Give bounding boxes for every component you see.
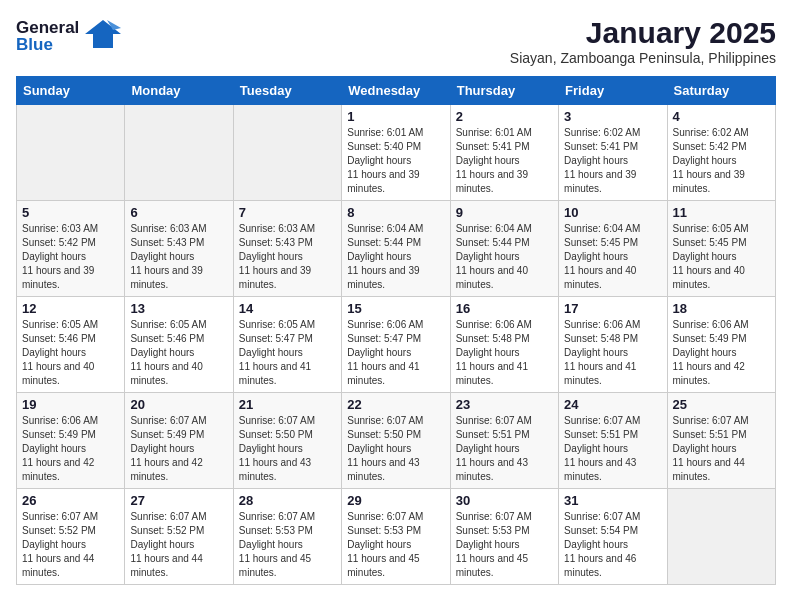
cell-info: Sunrise: 6:07 AMSunset: 5:53 PMDaylight … [239, 510, 336, 580]
cell-day-22: 22Sunrise: 6:07 AMSunset: 5:50 PMDayligh… [342, 393, 450, 489]
cell-day-25: 25Sunrise: 6:07 AMSunset: 5:51 PMDayligh… [667, 393, 775, 489]
week-row-1: 1Sunrise: 6:01 AMSunset: 5:40 PMDaylight… [17, 105, 776, 201]
cell-day-empty [125, 105, 233, 201]
day-number: 28 [239, 493, 336, 508]
cell-day-29: 29Sunrise: 6:07 AMSunset: 5:53 PMDayligh… [342, 489, 450, 585]
cell-info: Sunrise: 6:03 AMSunset: 5:43 PMDaylight … [130, 222, 227, 292]
day-number: 31 [564, 493, 661, 508]
cell-day-9: 9Sunrise: 6:04 AMSunset: 5:44 PMDaylight… [450, 201, 558, 297]
cell-day-27: 27Sunrise: 6:07 AMSunset: 5:52 PMDayligh… [125, 489, 233, 585]
day-number: 22 [347, 397, 444, 412]
day-number: 20 [130, 397, 227, 412]
calendar-subtitle: Siayan, Zamboanga Peninsula, Philippines [510, 50, 776, 66]
day-header-monday: Monday [125, 77, 233, 105]
cell-day-8: 8Sunrise: 6:04 AMSunset: 5:44 PMDaylight… [342, 201, 450, 297]
cell-info: Sunrise: 6:01 AMSunset: 5:41 PMDaylight … [456, 126, 553, 196]
cell-info: Sunrise: 6:04 AMSunset: 5:44 PMDaylight … [347, 222, 444, 292]
cell-info: Sunrise: 6:06 AMSunset: 5:48 PMDaylight … [564, 318, 661, 388]
cell-day-20: 20Sunrise: 6:07 AMSunset: 5:49 PMDayligh… [125, 393, 233, 489]
cell-day-10: 10Sunrise: 6:04 AMSunset: 5:45 PMDayligh… [559, 201, 667, 297]
cell-day-23: 23Sunrise: 6:07 AMSunset: 5:51 PMDayligh… [450, 393, 558, 489]
day-number: 27 [130, 493, 227, 508]
cell-info: Sunrise: 6:04 AMSunset: 5:44 PMDaylight … [456, 222, 553, 292]
day-number: 13 [130, 301, 227, 316]
day-number: 30 [456, 493, 553, 508]
day-number: 29 [347, 493, 444, 508]
day-number: 21 [239, 397, 336, 412]
cell-info: Sunrise: 6:04 AMSunset: 5:45 PMDaylight … [564, 222, 661, 292]
cell-day-empty [667, 489, 775, 585]
cell-info: Sunrise: 6:07 AMSunset: 5:52 PMDaylight … [130, 510, 227, 580]
day-header-thursday: Thursday [450, 77, 558, 105]
cell-info: Sunrise: 6:07 AMSunset: 5:50 PMDaylight … [239, 414, 336, 484]
week-row-3: 12Sunrise: 6:05 AMSunset: 5:46 PMDayligh… [17, 297, 776, 393]
cell-day-11: 11Sunrise: 6:05 AMSunset: 5:45 PMDayligh… [667, 201, 775, 297]
day-number: 24 [564, 397, 661, 412]
cell-info: Sunrise: 6:02 AMSunset: 5:42 PMDaylight … [673, 126, 770, 196]
cell-day-19: 19Sunrise: 6:06 AMSunset: 5:49 PMDayligh… [17, 393, 125, 489]
day-number: 3 [564, 109, 661, 124]
cell-info: Sunrise: 6:06 AMSunset: 5:49 PMDaylight … [22, 414, 119, 484]
day-number: 8 [347, 205, 444, 220]
day-number: 2 [456, 109, 553, 124]
day-number: 6 [130, 205, 227, 220]
cell-info: Sunrise: 6:05 AMSunset: 5:46 PMDaylight … [22, 318, 119, 388]
cell-day-26: 26Sunrise: 6:07 AMSunset: 5:52 PMDayligh… [17, 489, 125, 585]
cell-day-16: 16Sunrise: 6:06 AMSunset: 5:48 PMDayligh… [450, 297, 558, 393]
day-number: 12 [22, 301, 119, 316]
cell-info: Sunrise: 6:03 AMSunset: 5:43 PMDaylight … [239, 222, 336, 292]
cell-info: Sunrise: 6:07 AMSunset: 5:49 PMDaylight … [130, 414, 227, 484]
cell-day-empty [233, 105, 341, 201]
logo-blue: Blue [16, 36, 79, 53]
week-row-4: 19Sunrise: 6:06 AMSunset: 5:49 PMDayligh… [17, 393, 776, 489]
cell-info: Sunrise: 6:07 AMSunset: 5:52 PMDaylight … [22, 510, 119, 580]
day-number: 7 [239, 205, 336, 220]
cell-info: Sunrise: 6:07 AMSunset: 5:51 PMDaylight … [564, 414, 661, 484]
cell-info: Sunrise: 6:03 AMSunset: 5:42 PMDaylight … [22, 222, 119, 292]
cell-day-empty [17, 105, 125, 201]
cell-day-28: 28Sunrise: 6:07 AMSunset: 5:53 PMDayligh… [233, 489, 341, 585]
cell-info: Sunrise: 6:07 AMSunset: 5:51 PMDaylight … [673, 414, 770, 484]
cell-day-6: 6Sunrise: 6:03 AMSunset: 5:43 PMDaylight… [125, 201, 233, 297]
cell-info: Sunrise: 6:07 AMSunset: 5:50 PMDaylight … [347, 414, 444, 484]
cell-day-13: 13Sunrise: 6:05 AMSunset: 5:46 PMDayligh… [125, 297, 233, 393]
cell-day-14: 14Sunrise: 6:05 AMSunset: 5:47 PMDayligh… [233, 297, 341, 393]
day-number: 19 [22, 397, 119, 412]
day-number: 1 [347, 109, 444, 124]
cell-day-18: 18Sunrise: 6:06 AMSunset: 5:49 PMDayligh… [667, 297, 775, 393]
svg-marker-0 [85, 20, 121, 48]
days-header-row: SundayMondayTuesdayWednesdayThursdayFrid… [17, 77, 776, 105]
cell-info: Sunrise: 6:05 AMSunset: 5:45 PMDaylight … [673, 222, 770, 292]
cell-day-7: 7Sunrise: 6:03 AMSunset: 5:43 PMDaylight… [233, 201, 341, 297]
cell-info: Sunrise: 6:01 AMSunset: 5:40 PMDaylight … [347, 126, 444, 196]
title-area: January 2025 Siayan, Zamboanga Peninsula… [510, 16, 776, 66]
cell-day-31: 31Sunrise: 6:07 AMSunset: 5:54 PMDayligh… [559, 489, 667, 585]
cell-info: Sunrise: 6:07 AMSunset: 5:54 PMDaylight … [564, 510, 661, 580]
week-row-2: 5Sunrise: 6:03 AMSunset: 5:42 PMDaylight… [17, 201, 776, 297]
cell-day-4: 4Sunrise: 6:02 AMSunset: 5:42 PMDaylight… [667, 105, 775, 201]
cell-day-15: 15Sunrise: 6:06 AMSunset: 5:47 PMDayligh… [342, 297, 450, 393]
day-header-wednesday: Wednesday [342, 77, 450, 105]
day-number: 23 [456, 397, 553, 412]
cell-day-30: 30Sunrise: 6:07 AMSunset: 5:53 PMDayligh… [450, 489, 558, 585]
cell-day-12: 12Sunrise: 6:05 AMSunset: 5:46 PMDayligh… [17, 297, 125, 393]
day-number: 10 [564, 205, 661, 220]
logo-general: General [16, 19, 79, 36]
logo-bird-icon [85, 16, 121, 56]
day-number: 15 [347, 301, 444, 316]
day-number: 5 [22, 205, 119, 220]
cell-info: Sunrise: 6:02 AMSunset: 5:41 PMDaylight … [564, 126, 661, 196]
day-number: 25 [673, 397, 770, 412]
week-row-5: 26Sunrise: 6:07 AMSunset: 5:52 PMDayligh… [17, 489, 776, 585]
cell-info: Sunrise: 6:05 AMSunset: 5:47 PMDaylight … [239, 318, 336, 388]
day-header-tuesday: Tuesday [233, 77, 341, 105]
cell-day-17: 17Sunrise: 6:06 AMSunset: 5:48 PMDayligh… [559, 297, 667, 393]
cell-info: Sunrise: 6:07 AMSunset: 5:53 PMDaylight … [347, 510, 444, 580]
day-number: 17 [564, 301, 661, 316]
cell-info: Sunrise: 6:07 AMSunset: 5:53 PMDaylight … [456, 510, 553, 580]
cell-day-24: 24Sunrise: 6:07 AMSunset: 5:51 PMDayligh… [559, 393, 667, 489]
cell-day-1: 1Sunrise: 6:01 AMSunset: 5:40 PMDaylight… [342, 105, 450, 201]
cell-info: Sunrise: 6:07 AMSunset: 5:51 PMDaylight … [456, 414, 553, 484]
cell-info: Sunrise: 6:05 AMSunset: 5:46 PMDaylight … [130, 318, 227, 388]
cell-info: Sunrise: 6:06 AMSunset: 5:49 PMDaylight … [673, 318, 770, 388]
